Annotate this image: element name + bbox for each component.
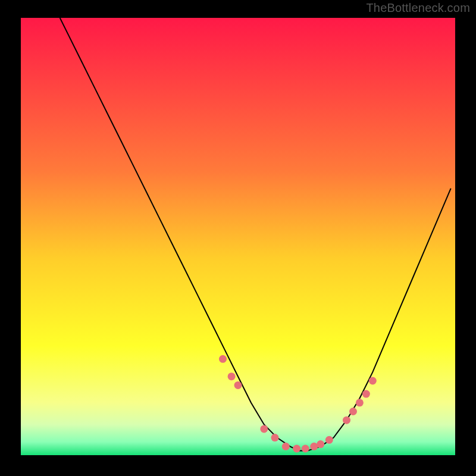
highlight-dot	[317, 440, 324, 448]
gradient-background	[21, 18, 455, 455]
highlight-dot	[219, 355, 227, 363]
bottleneck-chart	[21, 18, 455, 455]
highlight-dot	[282, 443, 290, 450]
highlight-dot	[293, 445, 300, 453]
highlight-dot	[325, 436, 333, 444]
highlight-dot	[302, 445, 309, 453]
highlight-dot	[356, 399, 364, 406]
highlight-dot	[271, 434, 279, 441]
highlight-dot	[260, 425, 268, 433]
highlight-dot	[234, 381, 242, 389]
highlight-dot	[343, 416, 350, 424]
chart-frame: TheBottleneck.com	[0, 0, 476, 476]
highlight-dot	[369, 377, 377, 385]
highlight-dot	[349, 408, 357, 415]
highlight-dot	[362, 390, 370, 398]
highlight-dot	[228, 372, 236, 380]
attribution-label: TheBottleneck.com	[366, 1, 470, 15]
plot-area	[21, 18, 455, 455]
